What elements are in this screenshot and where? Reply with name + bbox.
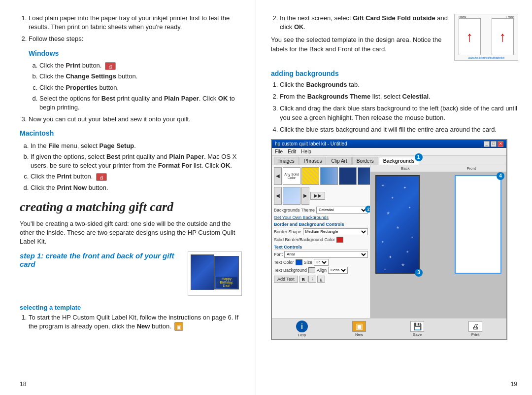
new-icon: ▣ [174,322,183,331]
sw-border-shape-row: Border Shape Medium Rectangle [274,228,368,235]
sw-border-shape-select[interactable]: Medium Rectangle [303,228,368,235]
sw-italic-btn[interactable]: i [308,276,316,283]
sw-back-label: Back [401,166,410,171]
template-preview: Back Front ↑ ↑ www.hp.com/go/quiltlabelk… [454,14,518,61]
sw-border-section: Border and Background Controls [274,222,368,227]
main-list-left: Load plain paper into the paper tray of … [20,14,242,124]
sw-thumb-light-blue[interactable] [283,187,300,205]
list-item-1: Load plain paper into the paper tray of … [29,14,242,32]
step1-block: Happy Birthday, Dad! step 1: create the … [20,251,242,300]
list-item-1-text: Load plain paper into the paper tray of … [29,14,230,31]
sw-menu-file[interactable]: File [275,149,283,154]
sw-theme-row: Backgrounds Theme Celestial 2 [274,207,368,214]
gift-front-label: Happy Birthday, Dad! [216,277,237,288]
sw-back-area[interactable]: ✦ ★ ✦ ★ ✦ ★ ✦ ★ ✦ ★ ✦ ★ [375,175,420,274]
sw-save-label: Save [413,332,422,337]
sw-new-label: New [355,332,363,337]
sw-tab-clipart[interactable]: Clip Art [327,157,351,165]
gift-card-image: Happy Birthday, Dad! [188,251,242,296]
callout-2: 2 [365,206,370,213]
sw-save-icon: 💾 [410,321,424,332]
sw-solid-border-label: Solid Border/Background Color [274,237,335,242]
sw-bold-btn[interactable]: B [299,276,307,283]
list-item-3: Now you can cut out your label and sew i… [29,115,242,124]
plain-bold: Plain Paper [169,153,204,160]
best-bold: Best [101,95,115,102]
sw-font-select[interactable]: Arial [284,251,368,258]
big-title: creating a matching gift card [20,199,242,215]
mac-step-b: If given the options, select Best print … [31,152,242,170]
print-icon: 🖨 [105,62,116,70]
sw-text-color-label: Text Color [274,260,294,265]
sw-thumb-yellow[interactable] [301,167,319,185]
bg-step-4: Click the blue stars background and it w… [280,125,518,134]
sw-body: ◀ Any Solid Color ▶ ◀ ▶ [272,165,506,318]
sw-help-label: Help [298,333,306,337]
print-now-bold: Print Now [57,184,87,191]
bg-step-2: From the Backgrounds Theme list, select … [280,92,518,101]
gift-card-bold: Gift Card Side Fold outside [353,14,435,22]
sw-color-swatch[interactable] [336,237,343,243]
print-bold: Print [66,62,80,69]
sw-size-select[interactable]: 36 [314,259,329,266]
sw-menubar: File Edit Help [272,148,506,156]
windows-alpha-list: Click the Print button. 🖨 Click the Chan… [29,61,242,112]
sw-thumb-dark-blue[interactable] [339,167,357,185]
sw-tab-backgrounds[interactable]: Backgrounds 1 [379,157,419,165]
template-front: ↑ [492,18,514,55]
sw-tab-phrases[interactable]: Phrases [299,157,327,165]
sw-textbg-swatch[interactable] [308,267,315,273]
sw-nav-left-2[interactable]: ◀ [274,187,282,205]
list-item-2: Follow these steps: Windows Click the Pr… [29,35,242,112]
bg-step-1: Click the Backgrounds tab. [280,80,518,89]
celestial-bold: Celestial [402,93,429,100]
sw-new-btn[interactable]: ▣ New [352,321,366,337]
sw-front-area[interactable]: 4 [455,175,501,274]
sw-thumb-dark-blue2[interactable] [358,167,370,185]
sw-help-icon: i [296,321,308,332]
sw-menu-edit[interactable]: Edit [288,149,296,154]
sw-text-color-swatch[interactable] [296,259,302,265]
macintosh-heading: Macintosh [20,129,242,139]
sw-close-btn[interactable]: ✕ [498,141,503,147]
sw-thumb-blue[interactable] [320,167,338,185]
sw-tab-borders[interactable]: Borders [352,157,378,165]
sw-theme-select[interactable]: Celestial [316,207,368,214]
properties-bold: Properties [66,84,97,91]
sw-print-icon: 🖨 [468,321,482,332]
right-column: Back Front ↑ ↑ www.hp.com/go/quiltlabelk… [256,0,532,395]
sw-format-btns: B i u [299,276,325,283]
sw-nav-left[interactable]: ◀ [274,167,282,185]
sw-maximize-btn[interactable]: □ [491,141,497,147]
sw-print-btn[interactable]: 🖨 Print [468,321,482,337]
sw-menu-help[interactable]: Help [301,149,311,154]
sw-underline-btn[interactable]: u [317,276,325,283]
page-container: Load plain paper into the paper tray of … [0,0,532,395]
sw-nav-right-3[interactable]: ▶▶ [310,192,325,200]
sw-save-btn[interactable]: 💾 Save [410,321,424,337]
sw-addtext-format-row: Add Text B i u [274,275,368,283]
sw-help-btn[interactable]: i Help [296,321,308,337]
sw-textbg-align-row: Text Background Align Center [274,267,368,274]
file-bold: File [48,142,59,149]
sw-print-label: Print [471,332,479,337]
sw-align-select[interactable]: Center [328,267,348,274]
selecting-list: To start the HP Custom Quilt Label Kit, … [20,313,242,331]
sw-nav-right-2[interactable]: ▶ [301,187,309,205]
sw-color-size-row: Text Color Size 36 [274,259,368,266]
page-num-right: 19 [511,381,517,388]
sw-align-label: Align [317,268,327,273]
sw-minimize-btn[interactable]: _ [484,141,490,147]
mac-step-d: Click the Print Now button. [31,183,242,192]
sw-get-own-link[interactable]: Get Your Own Backgrounds [274,215,368,220]
mac-step-a: In the File menu, select Page Setup. [31,142,242,150]
sw-add-text-btn[interactable]: Add Text [274,276,298,283]
backgrounds-bold: Backgrounds [306,81,347,88]
print-bold-mac: Print [57,173,71,180]
sw-new-icon: ▣ [352,321,366,332]
gift-front-card: Happy Birthday, Dad! [214,256,239,289]
mac-step-c: Click the Print button. 🖨 [31,172,242,181]
sw-stars-bg: ✦ ★ ✦ ★ ✦ ★ ✦ ★ ✦ ★ ✦ ★ [376,176,419,273]
sw-tab-images[interactable]: Images [274,157,299,165]
sw-thumb-solid[interactable]: Any Solid Color [283,167,300,185]
